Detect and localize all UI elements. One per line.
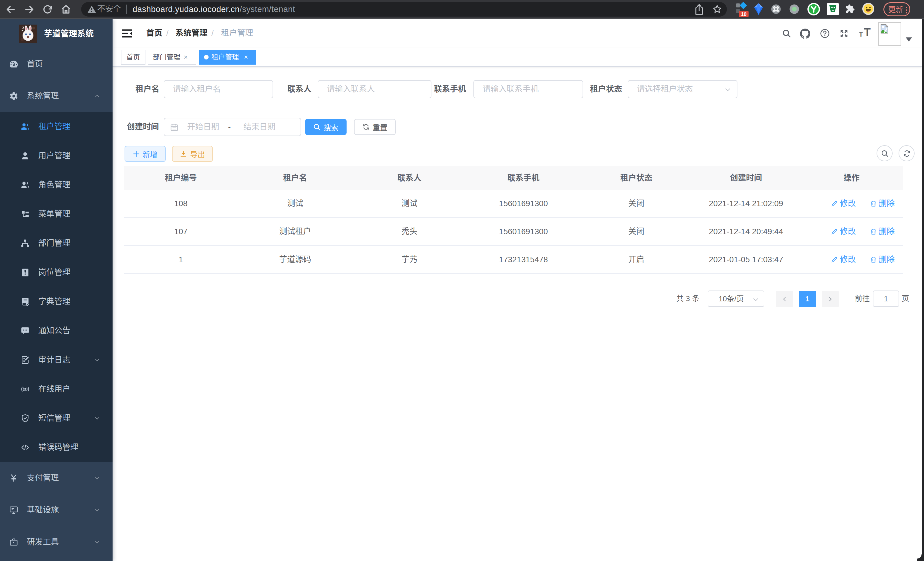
svg-text:10: 10 [741,11,747,17]
